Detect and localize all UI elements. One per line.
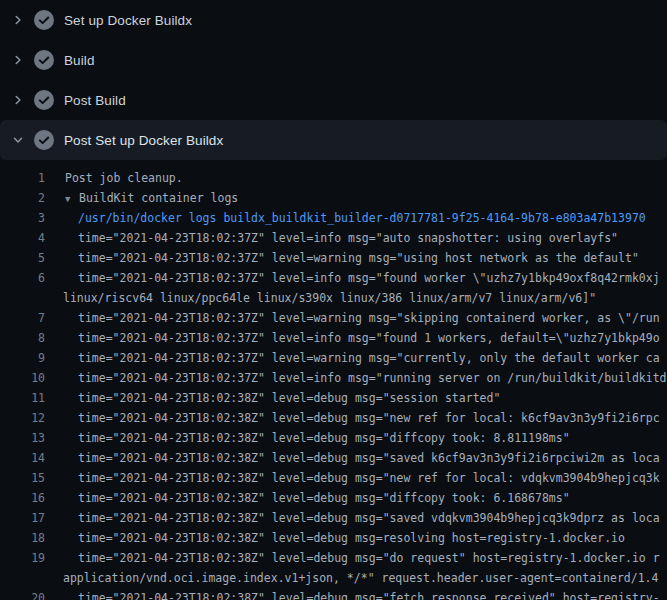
log-line-text: time="2021-04-23T18:02:38Z" level=debug … xyxy=(45,468,660,488)
log-line-text: time="2021-04-23T18:02:38Z" level=debug … xyxy=(45,528,625,548)
log-line: 3/usr/bin/docker logs buildx_buildkit_bu… xyxy=(0,208,667,228)
log-line: 2▼BuildKit container logs xyxy=(0,188,667,208)
log-line: application/vnd.oci.image.index.v1+json,… xyxy=(0,568,667,588)
log-line: 8time="2021-04-23T18:02:37Z" level=info … xyxy=(0,328,667,348)
log-line: 1Post job cleanup. xyxy=(0,168,667,188)
log-line-text: application/vnd.oci.image.index.v1+json,… xyxy=(45,568,658,588)
log-line-text: time="2021-04-23T18:02:37Z" level=warnin… xyxy=(45,348,660,368)
log-line-number[interactable]: 6 xyxy=(0,268,45,288)
log-line: 20time="2021-04-23T18:02:38Z" level=debu… xyxy=(0,588,667,600)
step-label: Post Set up Docker Buildx xyxy=(64,133,223,148)
log-line-number xyxy=(0,288,45,308)
log-line-text: time="2021-04-23T18:02:37Z" level=info m… xyxy=(45,268,660,288)
log-line-text: time="2021-04-23T18:02:37Z" level=warnin… xyxy=(45,248,639,268)
step-label: Post Build xyxy=(64,93,126,108)
log-line-number xyxy=(0,568,45,588)
log-line: 17time="2021-04-23T18:02:38Z" level=debu… xyxy=(0,508,667,528)
step-row-build[interactable]: Build xyxy=(0,40,667,80)
log-line-number[interactable]: 11 xyxy=(0,388,45,408)
collapse-triangle-icon[interactable]: ▼ xyxy=(65,189,79,208)
log-line-number[interactable]: 2 xyxy=(0,188,45,208)
log-line-text: time="2021-04-23T18:02:38Z" level=debug … xyxy=(45,548,660,568)
log-line-number[interactable]: 8 xyxy=(0,328,45,348)
log-line-number[interactable]: 14 xyxy=(0,448,45,468)
log-line: 16time="2021-04-23T18:02:38Z" level=debu… xyxy=(0,488,667,508)
log-line-number[interactable]: 12 xyxy=(0,408,45,428)
log-line: 4time="2021-04-23T18:02:37Z" level=info … xyxy=(0,228,667,248)
chevron-right-icon[interactable] xyxy=(10,12,26,28)
log-line-number[interactable]: 17 xyxy=(0,508,45,528)
log-line: 5time="2021-04-23T18:02:37Z" level=warni… xyxy=(0,248,667,268)
log-line-number[interactable]: 7 xyxy=(0,308,45,328)
log-line-number[interactable]: 15 xyxy=(0,468,45,488)
log-line-number[interactable]: 10 xyxy=(0,368,45,388)
log-line-text: time="2021-04-23T18:02:38Z" level=debug … xyxy=(45,408,660,428)
log-line-number[interactable]: 16 xyxy=(0,488,45,508)
log-line-command-text: /usr/bin/docker logs buildx_buildkit_bui… xyxy=(45,208,646,228)
log-line: 14time="2021-04-23T18:02:38Z" level=debu… xyxy=(0,448,667,468)
log-line-text: time="2021-04-23T18:02:38Z" level=debug … xyxy=(45,428,570,448)
log-line-number[interactable]: 18 xyxy=(0,528,45,548)
step-row-set-up-docker-buildx[interactable]: Set up Docker Buildx xyxy=(0,0,667,40)
step-row-post-build[interactable]: Post Build xyxy=(0,80,667,120)
log-line-text: time="2021-04-23T18:02:37Z" level=info m… xyxy=(45,368,667,388)
step-label: Build xyxy=(64,53,95,68)
log-line: 11time="2021-04-23T18:02:38Z" level=debu… xyxy=(0,388,667,408)
step-label: Set up Docker Buildx xyxy=(64,13,192,28)
log-line-text: time="2021-04-23T18:02:38Z" level=debug … xyxy=(45,588,660,600)
log-line: 6time="2021-04-23T18:02:37Z" level=info … xyxy=(0,268,667,288)
log-line-text: time="2021-04-23T18:02:38Z" level=debug … xyxy=(45,448,660,468)
log-line-number[interactable]: 20 xyxy=(0,588,45,600)
log-group-label: BuildKit container logs xyxy=(79,191,238,205)
check-circle-icon xyxy=(34,50,54,70)
chevron-right-icon[interactable] xyxy=(10,92,26,108)
log-line-number[interactable]: 4 xyxy=(0,228,45,248)
log-line-text: time="2021-04-23T18:02:38Z" level=debug … xyxy=(45,488,570,508)
actions-log-viewer: Set up Docker BuildxBuildPost BuildPost … xyxy=(0,0,667,600)
log-line: 13time="2021-04-23T18:02:38Z" level=debu… xyxy=(0,428,667,448)
log-line: 12time="2021-04-23T18:02:38Z" level=debu… xyxy=(0,408,667,428)
log-line-text: time="2021-04-23T18:02:38Z" level=debug … xyxy=(45,388,500,408)
check-circle-icon xyxy=(34,10,54,30)
log-line-text: ▼BuildKit container logs xyxy=(45,188,238,208)
log-line-number[interactable]: 9 xyxy=(0,348,45,368)
log-line-number[interactable]: 19 xyxy=(0,548,45,568)
log-line-number[interactable]: 1 xyxy=(0,168,45,188)
check-circle-icon xyxy=(34,90,54,110)
log-line-number[interactable]: 3 xyxy=(0,208,45,228)
step-row-post-set-up-docker-buildx[interactable]: Post Set up Docker Buildx xyxy=(0,120,667,160)
log-line-text: time="2021-04-23T18:02:38Z" level=debug … xyxy=(45,508,660,528)
log-line: 9time="2021-04-23T18:02:37Z" level=warni… xyxy=(0,348,667,368)
chevron-down-icon[interactable] xyxy=(10,132,26,148)
log-line: 19time="2021-04-23T18:02:38Z" level=debu… xyxy=(0,548,667,568)
log-line: 10time="2021-04-23T18:02:37Z" level=info… xyxy=(0,368,667,388)
log-line: linux/riscv64 linux/ppc64le linux/s390x … xyxy=(0,288,667,308)
log-line: 15time="2021-04-23T18:02:38Z" level=debu… xyxy=(0,468,667,488)
log-line-text: time="2021-04-23T18:02:37Z" level=info m… xyxy=(45,328,660,348)
log-line-text: linux/riscv64 linux/ppc64le linux/s390x … xyxy=(45,288,596,308)
steps-list: Set up Docker BuildxBuildPost BuildPost … xyxy=(0,0,667,160)
check-circle-icon xyxy=(34,130,54,150)
log-line-text: time="2021-04-23T18:02:37Z" level=info m… xyxy=(45,228,618,248)
log-line: 7time="2021-04-23T18:02:37Z" level=warni… xyxy=(0,308,667,328)
log-line: 18time="2021-04-23T18:02:38Z" level=debu… xyxy=(0,528,667,548)
log-line-number[interactable]: 13 xyxy=(0,428,45,448)
chevron-right-icon[interactable] xyxy=(10,52,26,68)
log-line-text: Post job cleanup. xyxy=(45,168,183,188)
log-container: 1Post job cleanup.2▼BuildKit container l… xyxy=(0,160,667,600)
log-line-text: time="2021-04-23T18:02:37Z" level=warnin… xyxy=(45,308,660,328)
log-line-number[interactable]: 5 xyxy=(0,248,45,268)
